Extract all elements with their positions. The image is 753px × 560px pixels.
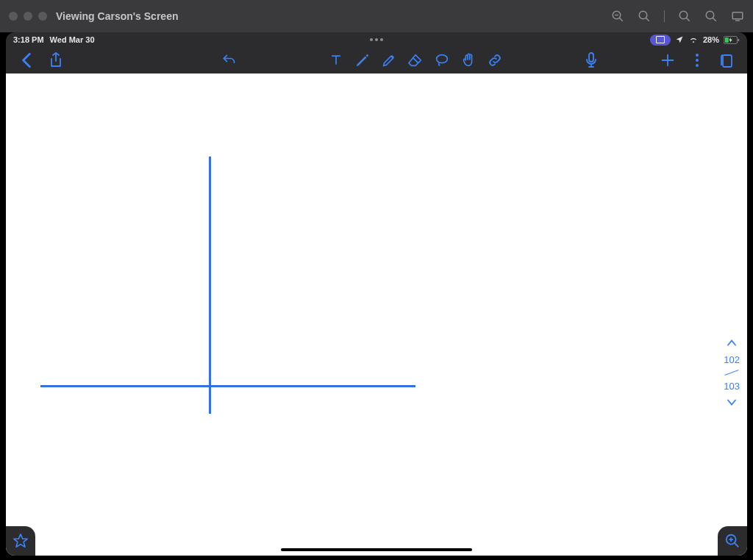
wifi-icon [688, 35, 699, 44]
svg-point-20 [696, 64, 699, 67]
statusbar-date: Wed Mar 30 [50, 35, 95, 44]
svg-marker-22 [14, 534, 27, 547]
canvas[interactable]: 102 103 [6, 73, 747, 556]
more-button[interactable] [688, 51, 706, 69]
ipad-screen: 3:18 PM Wed Mar 30 28% [6, 32, 747, 556]
pages-view-button[interactable] [718, 51, 735, 69]
text-tool-button[interactable] [327, 51, 345, 69]
pen-tool-button[interactable] [354, 51, 371, 69]
close-window-button[interactable] [9, 12, 18, 21]
statusbar-right: 28% [650, 35, 740, 46]
svg-line-1 [619, 18, 623, 21]
window-title: Viewing Carson's Screen [56, 10, 178, 22]
zoom-icon-2[interactable] [704, 10, 718, 23]
svg-point-7 [706, 11, 714, 19]
dot-icon [380, 38, 383, 41]
multitask-dots[interactable] [370, 38, 383, 41]
svg-line-8 [713, 18, 716, 21]
screen-share-badge[interactable] [650, 35, 671, 46]
dot-icon [375, 38, 378, 41]
svg-line-4 [646, 18, 649, 21]
page-up-button[interactable] [727, 339, 737, 346]
svg-line-24 [735, 543, 739, 548]
toolbar-center [220, 51, 504, 69]
svg-rect-12 [725, 37, 729, 43]
zoom-in-icon[interactable] [638, 10, 651, 23]
page-down-button[interactable] [727, 398, 737, 406]
zoom-button[interactable] [718, 526, 747, 556]
statusbar-left: 3:18 PM Wed Mar 30 [13, 35, 95, 44]
dot-icon [370, 38, 373, 41]
microphone-button[interactable] [582, 51, 600, 69]
ipad-statusbar: 3:18 PM Wed Mar 30 28% [6, 32, 747, 47]
toolbar-right [659, 51, 735, 69]
zoom-out-icon[interactable] [611, 10, 624, 23]
svg-point-18 [696, 54, 699, 57]
current-page: 102 [724, 353, 740, 365]
divider [664, 10, 665, 22]
display-icon[interactable] [731, 10, 744, 23]
titlebar-right [611, 10, 744, 23]
svg-rect-15 [589, 53, 593, 62]
statusbar-time: 3:18 PM [13, 35, 44, 44]
location-icon [675, 35, 684, 44]
svg-rect-13 [738, 38, 739, 40]
eraser-tool-button[interactable] [407, 51, 424, 69]
screen-share-icon [656, 36, 665, 43]
page-divider [725, 370, 739, 376]
svg-point-3 [639, 11, 647, 19]
mac-titlebar: Viewing Carson's Screen [0, 0, 753, 32]
hand-tool-button[interactable] [460, 51, 477, 69]
highlighter-tool-button[interactable] [380, 51, 398, 69]
svg-point-5 [679, 11, 688, 19]
home-indicator[interactable] [281, 548, 472, 551]
total-pages: 103 [724, 380, 740, 391]
svg-line-6 [686, 18, 690, 21]
minimize-window-button[interactable] [24, 12, 32, 21]
share-button[interactable] [47, 51, 65, 69]
page-navigator: 102 103 [724, 339, 740, 406]
favorite-button[interactable] [6, 526, 35, 556]
horizontal-stroke [40, 385, 415, 387]
app-toolbar [6, 47, 747, 73]
vertical-stroke [209, 157, 211, 414]
lasso-tool-button[interactable] [433, 51, 451, 69]
fullscreen-window-button[interactable] [38, 12, 47, 21]
add-button[interactable] [659, 51, 677, 69]
svg-rect-21 [723, 55, 732, 67]
traffic-lights [9, 12, 47, 21]
titlebar-left: Viewing Carson's Screen [9, 10, 178, 22]
back-button[interactable] [18, 51, 35, 69]
battery-icon [724, 36, 740, 44]
svg-point-14 [437, 55, 448, 63]
svg-point-19 [696, 59, 699, 62]
zoom-icon[interactable] [678, 10, 691, 23]
svg-rect-9 [732, 12, 743, 19]
toolbar-left [18, 51, 65, 69]
link-tool-button[interactable] [486, 51, 504, 69]
battery-percent: 28% [703, 35, 719, 44]
undo-button[interactable] [220, 51, 238, 69]
